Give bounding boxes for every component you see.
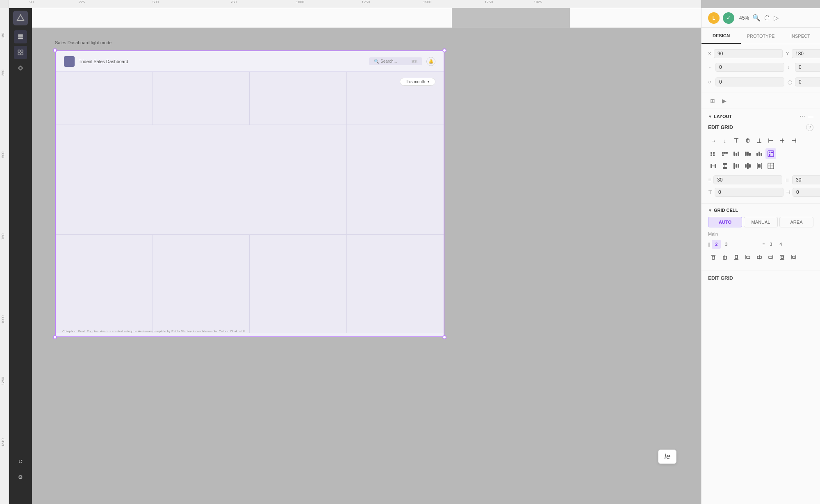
sidebar-item-components[interactable] xyxy=(14,46,27,59)
sidebar-icon-settings[interactable]: ⚙ xyxy=(14,470,27,484)
x-label: X xyxy=(708,51,712,56)
dist-1[interactable] xyxy=(708,148,719,159)
sidebar-logo[interactable] xyxy=(13,11,28,25)
dist-7[interactable] xyxy=(708,161,719,171)
col-span-2[interactable]: 2 xyxy=(712,240,721,249)
handle-tl[interactable] xyxy=(53,48,57,52)
y-input[interactable]: 180 xyxy=(792,49,820,58)
sidebar-item-layers[interactable] xyxy=(14,30,27,43)
align-center-h[interactable] xyxy=(777,135,788,146)
handle-br[interactable] xyxy=(442,335,446,339)
tab-inspect[interactable]: INSPECT xyxy=(781,28,820,44)
align-center-v[interactable] xyxy=(743,135,753,146)
handle-bl[interactable] xyxy=(53,335,57,339)
cell-align-6[interactable] xyxy=(765,252,776,263)
frame-search[interactable]: 🔍 Search... ⌘K xyxy=(369,57,422,65)
align-down[interactable]: ↓ xyxy=(720,135,730,146)
avatar-user-check[interactable]: ✓ xyxy=(723,12,734,24)
this-month-filter[interactable]: This month ▼ xyxy=(400,78,435,86)
svg-rect-27 xyxy=(738,152,739,156)
search-icon[interactable]: 🔍 xyxy=(752,14,761,22)
svg-rect-30 xyxy=(749,153,751,156)
dist-10[interactable] xyxy=(743,161,753,171)
row-group: = 3 4 xyxy=(763,240,814,249)
cell-align-5[interactable] xyxy=(754,252,765,263)
h-input-group: ↕ xyxy=(788,61,820,73)
left-sidebar: ↺ ⚙ xyxy=(9,8,32,504)
ruler-mark-1750: 1750 xyxy=(485,0,493,4)
col-span-3a[interactable]: 3 xyxy=(722,240,731,249)
svg-rect-33 xyxy=(761,153,762,156)
align-left[interactable] xyxy=(765,135,776,146)
svg-rect-4 xyxy=(18,50,20,52)
play-icon[interactable]: ▶ xyxy=(720,96,729,105)
frame-bell[interactable]: 🔔 xyxy=(426,57,435,66)
figma-frame-container[interactable]: Trideal Sales Dashboard 🔍 Search... ⌘K 🔔… xyxy=(55,50,444,337)
svg-rect-23 xyxy=(726,152,728,154)
svg-rect-45 xyxy=(736,164,737,168)
svg-rect-36 xyxy=(771,152,773,153)
zoom-display[interactable]: 45% xyxy=(739,15,749,21)
dist-4[interactable] xyxy=(743,148,753,159)
cell-tab-area[interactable]: AREA xyxy=(779,217,813,227)
row-span-3[interactable]: 3 xyxy=(766,240,775,249)
w-icon: ↔ xyxy=(708,65,714,70)
cell-tab-manual[interactable]: MANUAL xyxy=(744,217,778,227)
svg-rect-46 xyxy=(738,164,739,168)
row-gap-input[interactable]: 30 xyxy=(713,175,782,184)
ruler-mark-225: 225 xyxy=(79,0,85,4)
cell-align-4[interactable] xyxy=(743,252,753,263)
dist-2[interactable] xyxy=(720,148,730,159)
svg-rect-47 xyxy=(747,163,749,169)
tab-design[interactable]: DESIGN xyxy=(702,28,741,44)
grid-cell-section: ▼ GRID CELL AUTO MANUAL AREA Main || 2 3 xyxy=(702,204,820,270)
handle-tr[interactable] xyxy=(442,48,446,52)
cell-align-7[interactable] xyxy=(777,252,788,263)
rot-input[interactable] xyxy=(715,77,784,86)
layout-more-icon[interactable]: ⋯ xyxy=(800,113,805,120)
dist-11[interactable] xyxy=(754,161,765,171)
w-input[interactable] xyxy=(715,63,784,72)
align-row-1: → ↓ xyxy=(708,135,813,146)
tab-prototype[interactable]: PROTOTYPE xyxy=(741,28,780,44)
dist-6[interactable] xyxy=(765,148,776,159)
dist-5[interactable] xyxy=(754,148,765,159)
cell-tab-auto[interactable]: AUTO xyxy=(708,217,742,227)
svg-rect-63 xyxy=(793,256,795,259)
align-top[interactable] xyxy=(731,135,742,146)
h-input[interactable] xyxy=(795,63,820,72)
cell-align-8[interactable] xyxy=(788,252,799,263)
cell-align-row-1 xyxy=(708,252,813,263)
left-pad-input[interactable] xyxy=(793,188,820,197)
left-ruler-mark-1319: 1319 xyxy=(1,438,5,447)
sidebar-item-assets[interactable] xyxy=(14,61,27,75)
col-gap-input[interactable]: 30 xyxy=(792,175,820,184)
align-right[interactable]: → xyxy=(708,135,719,146)
history-icon[interactable]: ⏱ xyxy=(764,14,770,22)
align-bottom[interactable] xyxy=(754,135,765,146)
dist-9[interactable] xyxy=(731,161,742,171)
layout-close-icon[interactable]: — xyxy=(808,113,813,120)
share-icon[interactable]: ▷ xyxy=(774,14,779,22)
align-right-edge[interactable] xyxy=(788,135,799,146)
x-input[interactable]: 90 xyxy=(714,49,783,58)
rot-icon: ↺ xyxy=(708,80,714,84)
dist-12[interactable] xyxy=(765,161,776,171)
cell-align-1[interactable] xyxy=(708,252,719,263)
sidebar-icon-refresh[interactable]: ↺ xyxy=(14,455,27,468)
avatar-user-l[interactable]: L xyxy=(708,12,720,24)
edit-grid-bottom-btn[interactable]: EDIT GRID xyxy=(702,270,820,286)
svg-rect-5 xyxy=(21,50,23,52)
corner-input[interactable] xyxy=(795,77,820,86)
top-pad-input[interactable] xyxy=(715,188,784,197)
resize-icon[interactable]: ⊞ xyxy=(708,96,717,105)
svg-rect-56 xyxy=(712,256,715,259)
cell-align-2[interactable] xyxy=(720,252,730,263)
resize-controls: ⊞ ▶ xyxy=(708,96,729,105)
dist-8[interactable] xyxy=(720,161,730,171)
row-span-4[interactable]: 4 xyxy=(776,240,785,249)
dist-3[interactable] xyxy=(731,148,742,159)
figma-frame: Trideal Sales Dashboard 🔍 Search... ⌘K 🔔… xyxy=(55,50,444,337)
cell-align-3[interactable] xyxy=(731,252,742,263)
help-icon[interactable]: ? xyxy=(806,124,813,131)
